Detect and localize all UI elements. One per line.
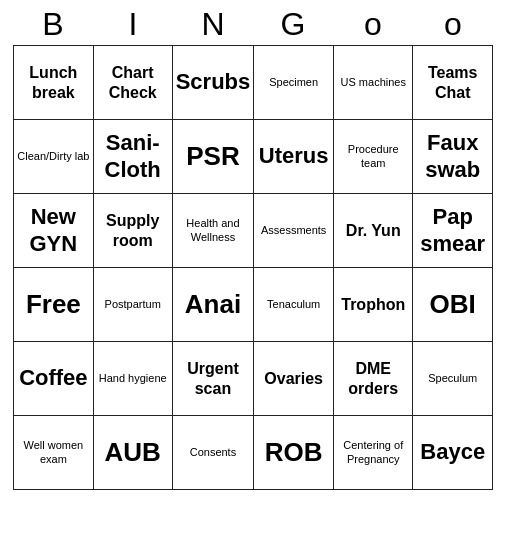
cell-1-3[interactable]: Uterus xyxy=(254,120,334,194)
cell-2-1[interactable]: Supply room xyxy=(93,194,172,268)
cell-4-2[interactable]: Urgent scan xyxy=(172,342,254,416)
cell-1-4[interactable]: Procedure team xyxy=(334,120,413,194)
cell-2-4[interactable]: Dr. Yun xyxy=(334,194,413,268)
cell-2-2[interactable]: Health and Wellness xyxy=(172,194,254,268)
cell-5-5[interactable]: Bayce xyxy=(413,416,493,490)
cell-0-4[interactable]: US machines xyxy=(334,46,413,120)
cell-1-5[interactable]: Faux swab xyxy=(413,120,493,194)
bingo-header: BINGoo xyxy=(13,0,493,45)
bingo-letter: o xyxy=(417,6,489,43)
cell-2-0[interactable]: New GYN xyxy=(14,194,94,268)
cell-5-0[interactable]: Well women exam xyxy=(14,416,94,490)
cell-5-2[interactable]: Consents xyxy=(172,416,254,490)
cell-3-2[interactable]: Anai xyxy=(172,268,254,342)
cell-1-2[interactable]: PSR xyxy=(172,120,254,194)
cell-4-5[interactable]: Speculum xyxy=(413,342,493,416)
cell-0-1[interactable]: Chart Check xyxy=(93,46,172,120)
cell-0-0[interactable]: Lunch break xyxy=(14,46,94,120)
bingo-grid: Lunch breakChart CheckScrubsSpecimenUS m… xyxy=(13,45,493,490)
cell-4-1[interactable]: Hand hygiene xyxy=(93,342,172,416)
bingo-letter: G xyxy=(257,6,329,43)
cell-0-5[interactable]: Teams Chat xyxy=(413,46,493,120)
cell-2-3[interactable]: Assessments xyxy=(254,194,334,268)
bingo-letter: I xyxy=(97,6,169,43)
cell-3-4[interactable]: Trophon xyxy=(334,268,413,342)
cell-4-3[interactable]: Ovaries xyxy=(254,342,334,416)
cell-4-0[interactable]: Coffee xyxy=(14,342,94,416)
cell-4-4[interactable]: DME orders xyxy=(334,342,413,416)
cell-5-1[interactable]: AUB xyxy=(93,416,172,490)
cell-5-3[interactable]: ROB xyxy=(254,416,334,490)
cell-5-4[interactable]: Centering of Pregnancy xyxy=(334,416,413,490)
cell-3-0[interactable]: Free xyxy=(14,268,94,342)
cell-3-3[interactable]: Tenaculum xyxy=(254,268,334,342)
bingo-letter: B xyxy=(17,6,89,43)
cell-3-1[interactable]: Postpartum xyxy=(93,268,172,342)
cell-0-3[interactable]: Specimen xyxy=(254,46,334,120)
cell-2-5[interactable]: Pap smear xyxy=(413,194,493,268)
bingo-letter: N xyxy=(177,6,249,43)
cell-1-0[interactable]: Clean/Dirty lab xyxy=(14,120,94,194)
bingo-letter: o xyxy=(337,6,409,43)
cell-1-1[interactable]: Sani-Cloth xyxy=(93,120,172,194)
cell-3-5[interactable]: OBI xyxy=(413,268,493,342)
cell-0-2[interactable]: Scrubs xyxy=(172,46,254,120)
